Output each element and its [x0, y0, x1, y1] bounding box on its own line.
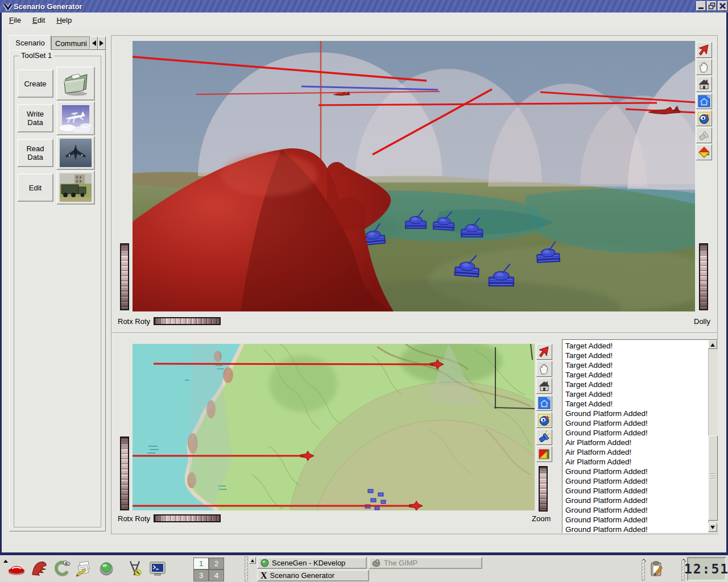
task-label: The GIMP: [384, 559, 417, 567]
flag-diamond-icon: [697, 146, 711, 159]
create-image-button[interactable]: [56, 66, 95, 101]
log-scrollbar-thumb[interactable]: [708, 435, 718, 521]
log-item: Target Added!: [562, 351, 717, 360]
tasklist-scroll-up-button[interactable]: [249, 557, 256, 564]
rotx-thumbwheel-map[interactable]: [120, 436, 129, 510]
taskbar-clock: 12:51: [687, 557, 726, 581]
app-icon: [3, 2, 13, 11]
minimize-button[interactable]: [696, 1, 706, 11]
pager-desktop-2[interactable]: 2: [209, 558, 224, 569]
documents-pen-icon: [74, 559, 93, 577]
menu-file[interactable]: File: [5, 14, 25, 26]
log-item: Target Added!: [562, 370, 717, 380]
tab-scroll-right-button[interactable]: [98, 36, 106, 50]
tab-scroll-left-button[interactable]: [90, 36, 98, 50]
launcher-drafting-tools[interactable]: [125, 559, 144, 580]
task-the-gimp[interactable]: The GIMP: [369, 557, 482, 569]
map-set-home-button[interactable]: [536, 395, 552, 411]
read-data-image-button[interactable]: [56, 136, 95, 170]
create-button[interactable]: Create: [17, 69, 53, 98]
log-item: Target Added!: [562, 399, 717, 409]
truck-photo: [60, 173, 92, 202]
task-label: SceneGen - KDevelop: [272, 559, 345, 567]
task-scenario-generator[interactable]: X Scenario Generator: [257, 569, 369, 581]
dolly-thumbwheel-3d[interactable]: [699, 243, 708, 310]
zoom-thumbwheel-map[interactable]: [539, 466, 548, 512]
task-scenegen-kdevelop[interactable]: SceneGen - KDevelop: [257, 557, 367, 569]
desktop: Scenario Generator File Edit Help Scenar…: [0, 0, 728, 582]
view-all-button[interactable]: [696, 110, 712, 126]
map-canvas[interactable]: [133, 344, 535, 510]
pager-desktop-3[interactable]: 3: [193, 569, 209, 581]
left-arrow-icon: [89, 40, 96, 46]
close-button[interactable]: [718, 1, 727, 11]
map-view-all-button[interactable]: [536, 412, 552, 428]
tab-scenario[interactable]: Scenario: [9, 35, 51, 50]
write-data-button[interactable]: Write Data: [17, 104, 53, 132]
launcher-mozilla[interactable]: [30, 559, 49, 580]
pager-desktop-4[interactable]: 4: [209, 569, 224, 581]
rotx-thumbwheel-3d[interactable]: [120, 243, 129, 310]
launcher-green-g[interactable]: [52, 559, 72, 580]
log-item: Target Added!: [562, 341, 717, 351]
set-home-button[interactable]: [696, 93, 712, 109]
write-data-image-button[interactable]: [56, 101, 95, 135]
launcher-documents[interactable]: [74, 559, 93, 580]
log-item: Ground Platform Added!: [562, 428, 717, 438]
launcher-redhat[interactable]: [7, 559, 26, 580]
log-item: Ground Platform Added!: [562, 476, 717, 486]
view-mode-button[interactable]: [696, 59, 712, 75]
toolset-title: ToolSet 1: [19, 51, 54, 60]
edit-button[interactable]: Edit: [17, 173, 53, 202]
log-item: Target Added!: [562, 389, 717, 399]
launcher-globe[interactable]: [97, 559, 116, 580]
maximize-button[interactable]: [707, 1, 717, 11]
window-border-left: [0, 13, 2, 554]
map-home-button[interactable]: [536, 378, 552, 394]
home-button[interactable]: [696, 76, 712, 92]
blueprint-house-icon: [537, 396, 551, 410]
camera-toggle-button[interactable]: [696, 144, 712, 160]
flashlight-icon: [537, 430, 551, 444]
roty-thumbwheel-map[interactable]: [154, 514, 221, 522]
scroll-up-icon: [710, 341, 715, 347]
log-list[interactable]: Target Added! Target Added! Target Added…: [562, 339, 718, 533]
log-item: Ground Platform Added!: [562, 505, 717, 515]
title-bar[interactable]: Scenario Generator: [0, 0, 728, 13]
roty-thumbwheel-3d[interactable]: [154, 317, 221, 325]
tab-communication[interactable]: Communi: [51, 36, 90, 50]
log-scroll-up-button[interactable]: [708, 340, 717, 349]
flag-square-icon: [537, 447, 551, 461]
right-arrow-icon: [100, 40, 106, 46]
log-item: Ground Platform Added!: [562, 496, 717, 505]
clipboard-pen-icon: [648, 560, 664, 577]
menu-edit[interactable]: Edit: [28, 14, 49, 26]
edit-image-button[interactable]: [56, 171, 95, 205]
tray-handle[interactable]: [642, 560, 645, 581]
fighter-photo: [60, 139, 92, 167]
log-scroll-down-button[interactable]: [708, 523, 717, 532]
map-seek-button[interactable]: [536, 429, 552, 445]
minimize-icon: [697, 2, 705, 10]
tasklist-handle[interactable]: [245, 556, 248, 581]
rot-label-3d: Rotx Roty: [118, 317, 150, 326]
viewer-splitter[interactable]: [111, 332, 717, 334]
log-item: Ground Platform Added!: [562, 486, 717, 496]
map-view-mode-button[interactable]: [536, 361, 552, 377]
folder-icon: [60, 70, 92, 97]
map-camera-toggle-button[interactable]: [536, 446, 552, 462]
scene-3d-canvas[interactable]: [133, 41, 695, 311]
log-item: Air Platform Added!: [562, 457, 717, 467]
home-icon: [537, 379, 551, 393]
launcher-terminal[interactable]: [148, 559, 167, 580]
menu-help[interactable]: Help: [52, 14, 76, 26]
pick-mode-button[interactable]: [696, 42, 712, 58]
klipper-tray-icon[interactable]: [648, 560, 664, 580]
read-data-button[interactable]: Read Data: [17, 139, 53, 167]
map-pick-mode-button[interactable]: [536, 344, 552, 360]
pager-desktop-1[interactable]: 1: [193, 558, 209, 569]
log-item: Air Platform Added!: [562, 438, 717, 447]
log-item: Ground Platform Added!: [562, 409, 717, 418]
gimp-wilber-icon: [372, 559, 381, 567]
hand-icon: [537, 362, 551, 376]
